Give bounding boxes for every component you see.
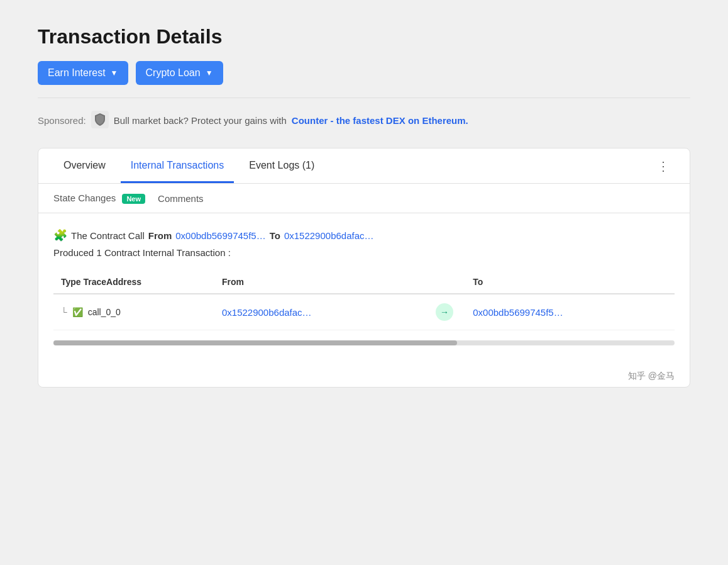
to-address-link[interactable]: 0x1522900b6dafac… [284, 230, 374, 241]
earn-interest-button[interactable]: Earn Interest ▼ [38, 61, 128, 85]
table-row: └ ✅ call_0_0 0x1522900b6dafac… → 0x00bdb… [53, 294, 675, 330]
tab-overview[interactable]: Overview [53, 148, 116, 183]
internal-transactions-table: Type TraceAddress From To └ ✅ call_0_0 0… [53, 271, 675, 330]
earn-interest-chevron-icon: ▼ [111, 69, 118, 77]
contract-call-text: The Contract Call [71, 230, 145, 241]
watermark: 知乎 @金马 [38, 361, 690, 387]
shield-icon [91, 111, 109, 130]
contract-call-line: 🧩 The Contract Call From 0x00bdb5699745f… [53, 228, 675, 242]
col-header-arrow [424, 271, 466, 294]
sponsored-link[interactable]: Counter - the fastest DEX on Ethereum. [292, 115, 468, 126]
content-area: 🧩 The Contract Call From 0x00bdb5699745f… [38, 213, 690, 361]
row-type-cell: └ ✅ call_0_0 [53, 294, 214, 330]
main-card: Overview Internal Transactions Event Log… [38, 148, 690, 388]
col-header-type: Type TraceAddress [53, 271, 214, 294]
row-indent-icon: └ [61, 307, 67, 317]
scrollbar-thumb [53, 340, 457, 345]
new-badge: New [122, 194, 145, 204]
col-header-to: To [465, 271, 675, 294]
green-check-icon: ✅ [72, 307, 83, 317]
produced-line: Produced 1 Contract Internal Transaction… [53, 247, 675, 258]
scrollbar-area[interactable] [53, 340, 675, 345]
crypto-loan-chevron-icon: ▼ [206, 69, 213, 77]
action-buttons: Earn Interest ▼ Crypto Loan ▼ [38, 61, 690, 85]
row-to-cell: 0x00bdb5699745f5… [465, 294, 675, 330]
row-from-cell: 0x1522900b6dafac… [214, 294, 424, 330]
row-arrow-cell: → [424, 294, 466, 330]
tab-internal-transactions[interactable]: Internal Transactions [121, 148, 234, 183]
sub-tabs-row: State Changes New Comments [38, 184, 690, 213]
sponsored-text: Bull market back? Protect your gains wit… [114, 115, 287, 126]
sub-tab-state-changes[interactable]: State Changes New [53, 193, 145, 204]
crypto-loan-button[interactable]: Crypto Loan ▼ [136, 61, 223, 85]
section-divider [38, 98, 690, 98]
call-name: call_0_0 [88, 307, 121, 317]
arrow-icon: → [436, 303, 453, 321]
from-address-link[interactable]: 0x00bdb5699745f5… [175, 230, 265, 241]
to-label-inline: To [270, 230, 280, 241]
col-header-from: From [214, 271, 424, 294]
sponsored-label: Sponsored: [38, 115, 86, 126]
sponsored-bar: Sponsored: Bull market back? Protect you… [38, 111, 690, 130]
from-label: From [148, 230, 172, 241]
sub-tab-comments[interactable]: Comments [158, 193, 204, 204]
row-to-address[interactable]: 0x00bdb5699745f5… [473, 307, 563, 318]
puzzle-icon: 🧩 [53, 228, 67, 242]
page-title: Transaction Details [38, 25, 690, 48]
tab-event-logs[interactable]: Event Logs (1) [239, 148, 324, 183]
tabs-row: Overview Internal Transactions Event Log… [38, 148, 690, 184]
row-from-address[interactable]: 0x1522900b6dafac… [222, 307, 312, 318]
tabs-more-button[interactable]: ⋮ [652, 155, 675, 177]
